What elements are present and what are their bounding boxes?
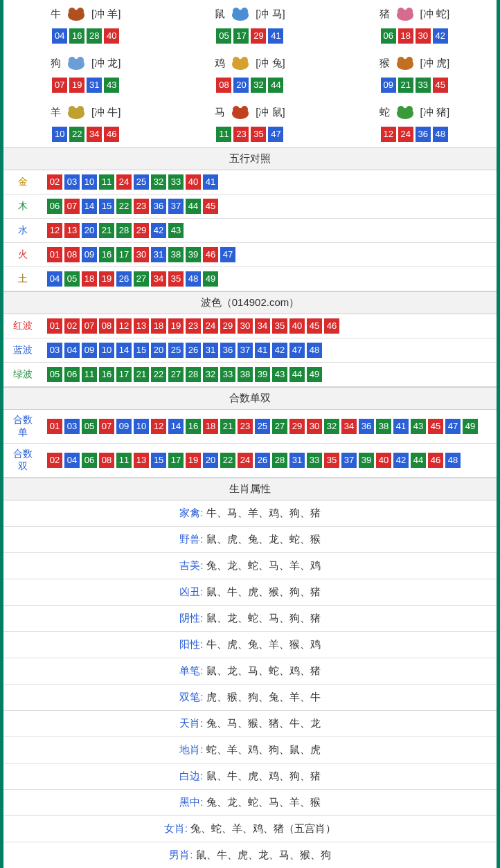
- number-ball: 04: [64, 453, 80, 468]
- heshu-table: 合数单0103050709101214161821232527293032343…: [3, 410, 497, 478]
- zodiac-icon: [393, 102, 418, 123]
- number-ball: 34: [151, 271, 166, 287]
- number-ball: 42: [272, 343, 287, 358]
- attr-list: 家禽: 牛、马、羊、鸡、狗、猪野兽: 鼠、虎、兔、龙、蛇、猴吉美: 兔、龙、蛇、…: [3, 500, 497, 868]
- number-ball: 29: [220, 318, 235, 334]
- number-ball: 32: [151, 174, 166, 190]
- attr-value: 鼠、龙、马、蛇、鸡、猪: [204, 664, 321, 676]
- row-balls: 04051819262734354849: [42, 267, 497, 291]
- zodiac-name: 鸡: [215, 57, 225, 70]
- number-ball: 09: [82, 247, 97, 262]
- zodiac-title-row: 牛[冲 羊]: [3, 4, 168, 24]
- number-ball: 08: [64, 247, 80, 262]
- svg-point-20: [77, 106, 84, 113]
- attr-row: 阴性: 鼠、龙、蛇、马、狗、猪: [3, 606, 497, 632]
- zodiac-balls: 11233547: [168, 127, 332, 142]
- number-ball: 12: [116, 318, 132, 334]
- zodiac-title-row: 羊[冲 牛]: [3, 102, 168, 123]
- number-ball: 44: [186, 199, 201, 214]
- table-row: 金02031011242532334041: [3, 170, 497, 195]
- number-ball: 23: [233, 127, 249, 142]
- attr-row: 野兽: 鼠、虎、兔、龙、蛇、猴: [3, 527, 497, 553]
- number-ball: 11: [99, 174, 114, 190]
- number-ball: 17: [116, 247, 132, 262]
- number-ball: 15: [134, 343, 149, 358]
- table-row: 绿波05061116172122272832333839434449: [3, 363, 497, 387]
- section-header-attr: 生肖属性: [3, 478, 497, 500]
- zodiac-cell: 牛[冲 羊]04162840: [3, 0, 168, 49]
- number-ball: 01: [47, 247, 62, 262]
- number-ball: 25: [134, 174, 149, 190]
- number-ball: 45: [433, 78, 448, 93]
- number-ball: 48: [186, 271, 201, 287]
- attr-label: 女肖:: [164, 822, 188, 834]
- svg-point-11: [77, 57, 84, 64]
- number-ball: 43: [272, 367, 287, 382]
- zodiac-grid: 牛[冲 羊]04162840鼠[冲 马]05172941猪[冲 蛇]061830…: [3, 0, 497, 147]
- number-ball: 14: [116, 343, 132, 358]
- attr-row: 地肖: 蛇、羊、鸡、狗、鼠、虎: [3, 737, 497, 763]
- zodiac-balls: 08203244: [168, 78, 332, 93]
- zodiac-cell: 马[冲 鼠]11233547: [168, 98, 332, 147]
- number-ball: 10: [52, 127, 67, 142]
- zodiac-chong: [冲 猪]: [420, 106, 450, 119]
- number-ball: 40: [186, 174, 201, 190]
- number-ball: 10: [134, 419, 149, 434]
- zodiac-chong: [冲 蛇]: [420, 8, 450, 21]
- number-ball: 33: [220, 367, 235, 382]
- zodiac-icon: [64, 4, 89, 24]
- table-row: 蓝波03040910141520252631363741424748: [3, 338, 497, 363]
- number-ball: 47: [445, 419, 461, 434]
- number-ball: 37: [341, 453, 357, 468]
- number-ball: 18: [151, 318, 166, 334]
- number-ball: 26: [186, 343, 201, 358]
- number-ball: 01: [47, 419, 62, 434]
- number-ball: 29: [289, 419, 305, 434]
- number-ball: 21: [220, 419, 235, 434]
- zodiac-name: 蛇: [380, 106, 390, 119]
- attr-value: 虎、猴、狗、兔、羊、牛: [204, 691, 321, 703]
- wuxing-table: 金02031011242532334041木060714152223363744…: [3, 170, 497, 291]
- section-header-bose: 波色（014902.com）: [3, 291, 497, 314]
- number-ball: 47: [220, 247, 235, 262]
- zodiac-cell: 蛇[冲 猪]12243648: [332, 98, 497, 147]
- row-label: 蓝波: [3, 338, 42, 363]
- attr-value: 兔、龙、蛇、马、羊、鸡: [204, 559, 321, 571]
- svg-point-1: [69, 8, 75, 15]
- row-balls: 06071415222336374445: [42, 195, 497, 219]
- number-ball: 21: [398, 78, 413, 93]
- number-ball: 24: [238, 453, 253, 468]
- number-ball: 31: [289, 453, 305, 468]
- attr-label: 黑中:: [179, 796, 203, 808]
- number-ball: 34: [341, 419, 357, 434]
- number-ball: 04: [52, 28, 67, 44]
- number-ball: 43: [168, 223, 184, 238]
- number-ball: 17: [233, 28, 249, 44]
- number-ball: 30: [134, 247, 149, 262]
- attr-label: 天肖:: [179, 717, 203, 729]
- number-ball: 45: [307, 318, 322, 334]
- zodiac-cell: 羊[冲 牛]10223446: [3, 98, 168, 147]
- number-ball: 03: [47, 343, 62, 358]
- row-label: 金: [3, 170, 42, 195]
- row-balls: 0102070812131819232429303435404546: [42, 314, 497, 338]
- number-ball: 24: [203, 318, 218, 334]
- number-ball: 18: [203, 419, 218, 434]
- zodiac-title-row: 鼠[冲 马]: [168, 4, 332, 24]
- zodiac-chong: [冲 牛]: [91, 106, 121, 119]
- table-row: 水1213202128294243: [3, 219, 497, 243]
- number-ball: 12: [47, 223, 62, 238]
- zodiac-balls: 05172941: [168, 28, 332, 44]
- attr-label: 野兽:: [179, 533, 203, 545]
- zodiac-cell: 猴[冲 虎]09213345: [332, 49, 497, 98]
- number-ball: 44: [289, 367, 305, 382]
- number-ball: 02: [47, 453, 62, 468]
- row-label: 火: [3, 243, 42, 267]
- number-ball: 06: [82, 453, 97, 468]
- number-ball: 21: [99, 223, 114, 238]
- zodiac-title-row: 蛇[冲 猪]: [332, 102, 497, 123]
- row-balls: 02031011242532334041: [42, 170, 497, 195]
- zodiac-name: 羊: [51, 106, 61, 119]
- table-row: 合数双0204060811131517192022242628313335373…: [3, 444, 497, 478]
- number-ball: 14: [82, 199, 97, 214]
